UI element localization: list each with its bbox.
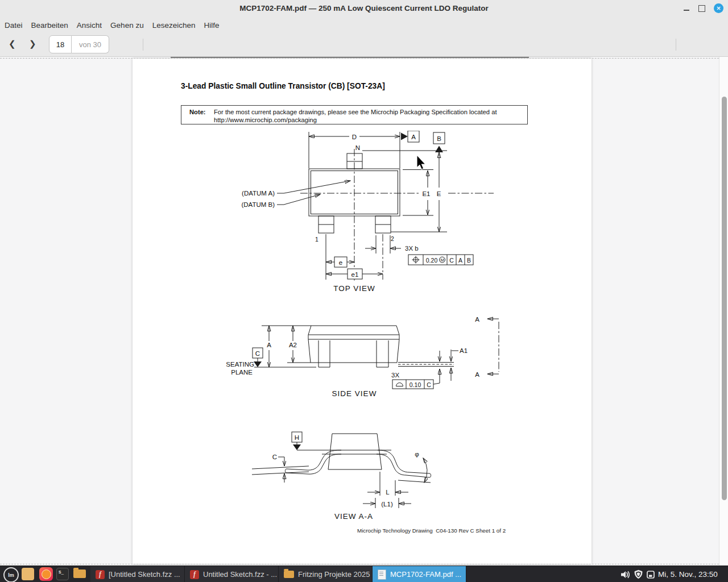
package-drawing: D A B N bbox=[133, 131, 592, 549]
dim-l-label: L bbox=[386, 489, 390, 496]
menubar: Datei Bearbeiten Ansicht Gehen zu Leseze… bbox=[0, 17, 728, 33]
notes-tray-button[interactable] bbox=[646, 566, 655, 582]
note-label: Note: bbox=[189, 109, 206, 115]
dim-l1-label: (L1) bbox=[381, 501, 393, 508]
toolbar-separator bbox=[143, 39, 143, 51]
window-title: MCP1702-FAM.pdf — 250 mA Low Quiescent C… bbox=[0, 4, 728, 13]
page-number-input[interactable]: 18 bbox=[49, 35, 72, 53]
datum-c-box-label: C bbox=[255, 350, 260, 357]
datum-h-box-label: H bbox=[295, 434, 299, 441]
section-a-bottom-label: A bbox=[475, 371, 479, 378]
dim-e-label: E bbox=[437, 190, 441, 197]
clipboard-icon bbox=[646, 570, 655, 579]
pdf-document-icon bbox=[378, 569, 386, 580]
fcf-datum-c: C bbox=[449, 257, 454, 264]
drawing-footer: Microchip Technology Drawing C04-130 Rev… bbox=[357, 527, 506, 534]
document-view: 3-Lead Plastic Small Outline Transistor … bbox=[0, 57, 728, 566]
pin2-label: 2 bbox=[391, 235, 394, 242]
scrollbar-thumb[interactable] bbox=[722, 97, 727, 500]
vertical-scrollbar[interactable] bbox=[719, 57, 728, 566]
page-navigation: 18 von 30 bbox=[49, 35, 109, 53]
fcf-datum-a: A bbox=[458, 257, 462, 264]
taskbar: lm $_ f [Untitled Sketch.fzz ... f Untit… bbox=[0, 566, 728, 582]
page-separator bbox=[0, 564, 719, 564]
window-controls: ✕ bbox=[683, 3, 723, 13]
note-text: For the most current package drawings, p… bbox=[214, 109, 497, 115]
note-box: Note: For the most current package drawi… bbox=[181, 105, 528, 124]
foot-angle-label: φ bbox=[415, 451, 419, 458]
fritzing-icon: f bbox=[96, 570, 105, 579]
lead-width-label: 3X b bbox=[405, 245, 419, 252]
taskbar-window-fritzing-1[interactable]: f [Untitled Sketch.fzz ... bbox=[90, 566, 185, 582]
view-aa-caption: VIEW A-A bbox=[334, 512, 373, 521]
firefox-launcher-icon[interactable] bbox=[39, 567, 53, 581]
taskbar-window-label: Untitled Sketch.fzz - ... bbox=[203, 570, 277, 579]
datum-a-box-label: A bbox=[411, 134, 416, 140]
previous-page-button[interactable]: ❮ bbox=[9, 39, 16, 49]
datum-a-callout: (DATUM A) bbox=[242, 190, 275, 197]
pitch-e1-label: e1 bbox=[351, 271, 359, 278]
files-launcher-icon[interactable] bbox=[22, 568, 34, 580]
datum-b-callout: (DATUM B) bbox=[241, 201, 275, 208]
flatness-count-label: 3X bbox=[391, 372, 399, 379]
dim-a2-label: A2 bbox=[289, 342, 297, 348]
folder-launcher-icon[interactable] bbox=[73, 569, 86, 578]
seating-plane-label-1: SEATING bbox=[226, 361, 254, 368]
toolbar-separator bbox=[676, 39, 676, 51]
dim-a-label: A bbox=[267, 342, 271, 348]
page-separator bbox=[0, 58, 719, 59]
fritzing-icon: f bbox=[190, 570, 199, 579]
dim-c-label: C bbox=[272, 454, 277, 460]
shield-icon bbox=[634, 569, 643, 579]
taskbar-window-pdf-active[interactable]: MCP1702-FAM.pdf ... bbox=[373, 566, 466, 582]
menu-datei[interactable]: Datei bbox=[5, 21, 23, 30]
pitch-e-label: e bbox=[339, 259, 342, 266]
top-view-drawing: D A B N bbox=[241, 131, 494, 293]
close-icon[interactable]: ✕ bbox=[714, 3, 723, 13]
taskbar-window-folder[interactable]: Fritzing Projekte 2025 bbox=[279, 566, 373, 582]
terminal-launcher-icon[interactable]: $_ bbox=[56, 568, 69, 580]
top-view-caption: TOP VIEW bbox=[333, 284, 375, 293]
maximize-icon[interactable] bbox=[698, 5, 705, 12]
menu-ansicht[interactable]: Ansicht bbox=[77, 21, 102, 30]
fcf-modifier: M bbox=[440, 257, 444, 263]
pin-n-label: N bbox=[355, 144, 360, 151]
volume-tray-button[interactable] bbox=[621, 566, 631, 582]
dim-e1-label: E1 bbox=[422, 190, 430, 197]
next-page-button[interactable]: ❯ bbox=[29, 39, 36, 49]
dim-d-label: D bbox=[352, 134, 357, 140]
side-view-drawing: A A C SEATING PLANE A bbox=[226, 316, 499, 398]
menu-lesezeichen[interactable]: Lesezeichen bbox=[152, 21, 196, 30]
datum-b-box-label: B bbox=[437, 135, 441, 142]
package-heading: 3-Lead Plastic Small Outline Transistor … bbox=[181, 82, 385, 90]
taskbar-clock[interactable]: Mi, 5. Nov., 23:50 bbox=[658, 566, 718, 582]
seating-plane-label-2: PLANE bbox=[231, 369, 253, 376]
note-url: http://www.microchip.com/packaging bbox=[214, 117, 317, 123]
firewall-tray-button[interactable] bbox=[634, 566, 643, 582]
menu-bearbeiten[interactable]: Bearbeiten bbox=[31, 21, 68, 30]
section-a-top-label: A bbox=[475, 316, 479, 323]
toolbar: ❮ ❯ 18 von 30 − + 1 bbox=[0, 33, 728, 57]
fcf-tolerance: 0.20 bbox=[426, 257, 438, 264]
taskbar-window-label: Fritzing Projekte 2025 bbox=[298, 570, 370, 579]
flatness-tolerance: 0.10 bbox=[410, 381, 421, 388]
folder-icon bbox=[284, 571, 294, 578]
side-view-caption: SIDE VIEW bbox=[332, 389, 377, 398]
fcf-datum-b: B bbox=[467, 257, 471, 264]
pdf-page: 3-Lead Plastic Small Outline Transistor … bbox=[133, 59, 592, 564]
mint-menu-icon[interactable]: lm bbox=[3, 567, 19, 582]
volume-icon bbox=[621, 570, 631, 579]
taskbar-window-label: MCP1702-FAM.pdf ... bbox=[390, 570, 461, 579]
taskbar-window-fritzing-2[interactable]: f Untitled Sketch.fzz - ... bbox=[185, 566, 279, 582]
window-titlebar: MCP1702-FAM.pdf — 250 mA Low Quiescent C… bbox=[0, 0, 728, 17]
taskbar-window-label: [Untitled Sketch.fzz ... bbox=[109, 570, 180, 579]
flatness-datum: C bbox=[427, 381, 431, 388]
minimize-icon[interactable] bbox=[683, 5, 690, 13]
page-total-label: von 30 bbox=[72, 35, 109, 53]
pin1-label: 1 bbox=[315, 236, 318, 243]
menu-hilfe[interactable]: Hilfe bbox=[204, 21, 219, 30]
view-aa-drawing: H C φ bbox=[252, 432, 431, 521]
mouse-cursor bbox=[417, 155, 425, 169]
dim-a1-label: A1 bbox=[460, 347, 468, 354]
menu-gehen-zu[interactable]: Gehen zu bbox=[110, 21, 144, 30]
